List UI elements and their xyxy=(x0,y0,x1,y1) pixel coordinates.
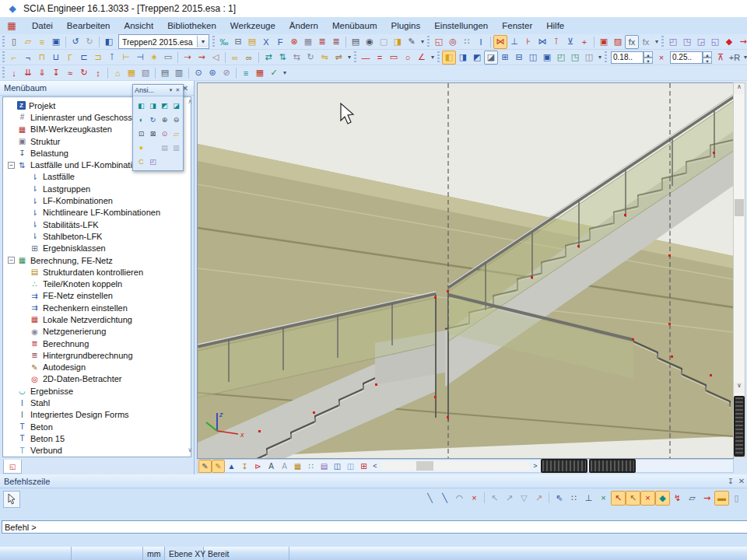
tree-expander-icon[interactable]: − xyxy=(8,162,15,169)
status-plane[interactable]: Ebene XY xyxy=(165,547,204,560)
document-edit-icon[interactable]: ✎ xyxy=(405,35,419,49)
tree-expander-icon[interactable] xyxy=(8,435,15,442)
scroll-down-icon[interactable]: ∨ xyxy=(734,382,745,393)
support-icon[interactable]: ⊥ xyxy=(507,35,521,49)
view-window-2-icon[interactable]: ◨ xyxy=(456,51,470,65)
snap-orthogonal-icon[interactable]: ◆ xyxy=(655,491,670,506)
save-all-icon[interactable]: ≡ xyxy=(35,35,49,49)
scrollbar-thumb[interactable] xyxy=(735,199,744,216)
wall-icon[interactable]: ⊺ xyxy=(105,51,119,65)
toolbar-overflow-chevron[interactable]: ▾ xyxy=(419,38,426,45)
photo-icon[interactable]: ▤ xyxy=(159,142,170,153)
menu-fenster[interactable]: Fenster xyxy=(495,19,539,32)
tree-item-lastfaelle[interactable]: ⇂ Lastfälle xyxy=(3,171,191,183)
step-size-spinner[interactable]: 0.18.. ▲ ▼ xyxy=(611,51,653,64)
view-xz-icon[interactable]: ◨ xyxy=(147,100,159,111)
tree-item-rechenkern-einstellen[interactable]: ⇉ Rechenkern einstellen xyxy=(3,302,191,313)
line-snap-2-icon[interactable]: ╲ xyxy=(437,491,452,506)
zoom-in-icon[interactable]: ⊕ xyxy=(159,114,170,125)
lightbulb-icon[interactable]: ● xyxy=(135,142,147,153)
view-window-9-icon[interactable]: ◰ xyxy=(554,51,568,65)
internal-node-icon[interactable]: ∗ xyxy=(147,51,161,65)
toolbar-overflow-chevron[interactable]: ▾ xyxy=(596,54,604,61)
pin-icon[interactable]: ↧ xyxy=(725,477,736,485)
status-filler[interactable] xyxy=(289,547,747,560)
snap-intersections-icon[interactable]: × xyxy=(640,491,655,506)
view-window-8-icon[interactable]: ▣ xyxy=(540,51,554,65)
tree-item-ergebnisse[interactable]: ◡ Ergebnisse xyxy=(3,385,191,397)
tree-expander-icon[interactable] xyxy=(20,304,27,311)
pointer-snap-settings-icon[interactable]: ⇖ xyxy=(552,491,566,506)
view-axo-icon[interactable]: ◪ xyxy=(170,100,182,111)
tree-expander-icon[interactable] xyxy=(20,316,27,323)
view-window-4-icon[interactable]: ◪ xyxy=(484,51,498,65)
tree-expander-icon[interactable] xyxy=(8,138,15,145)
units-settings-icon[interactable]: ‰ xyxy=(217,35,231,49)
tree-item-hintergrundberechnung[interactable]: ≣ Hintergrundberechnung xyxy=(3,349,191,361)
view-window-6-icon[interactable]: ⊟ xyxy=(512,51,526,65)
pair-members-icon[interactable]: ∞ xyxy=(242,51,256,65)
tree-expander-icon[interactable]: − xyxy=(8,257,15,264)
document-icon[interactable]: ▢ xyxy=(377,35,391,49)
tree-expander-icon[interactable] xyxy=(8,149,15,156)
menu-einstellungen[interactable]: Einstellungen xyxy=(427,19,495,32)
status-units[interactable]: mm xyxy=(143,547,165,560)
line-load-icon[interactable]: ⇊ xyxy=(21,66,35,80)
snap-midpoints-icon[interactable]: ↖ xyxy=(626,491,640,506)
displacement-load-icon[interactable]: ↕ xyxy=(91,66,105,80)
toolbar-overflow-chevron[interactable]: ▾ xyxy=(281,69,289,76)
bim-toolbox-icon[interactable]: ▦ xyxy=(253,66,267,80)
intersection-snap-icon[interactable]: × xyxy=(596,491,611,506)
tree-expander-icon[interactable] xyxy=(20,281,27,288)
tree-expander-icon[interactable] xyxy=(20,352,27,359)
document-import-icon[interactable]: ◨ xyxy=(391,35,405,49)
view-window-7-icon[interactable]: ◫ xyxy=(526,51,540,65)
beam-icon[interactable]: ¬ xyxy=(21,51,35,65)
save-project-icon[interactable]: ▣ xyxy=(49,35,63,49)
move-icon[interactable]: ⇅ xyxy=(275,51,289,65)
tree-scroll-down-icon[interactable]: ∨ xyxy=(188,446,192,453)
menu-ansicht[interactable]: Ansicht xyxy=(117,19,160,32)
copy-icon[interactable]: ⇄ xyxy=(261,51,275,65)
undo-icon[interactable]: ↺ xyxy=(68,35,82,49)
tree-item-beton-15[interactable]: T Beton 15 xyxy=(3,432,191,444)
deselect-icon[interactable]: ⊘ xyxy=(219,66,233,80)
measure-icon[interactable]: ▬ xyxy=(714,491,729,506)
point-load-icon[interactable]: ↓ xyxy=(7,66,21,80)
member-labels-icon[interactable]: A xyxy=(278,460,291,473)
new-project-icon[interactable]: ▯ xyxy=(7,35,21,49)
view-pane-2-icon[interactable]: ◫ xyxy=(344,460,357,473)
redo-icon[interactable]: ↻ xyxy=(82,35,96,49)
layer-manager-icon[interactable]: ≡ xyxy=(239,66,253,80)
edit-polyline-icon[interactable]: ⇝ xyxy=(195,51,209,65)
picture-gallery-icon[interactable]: ▤ xyxy=(245,35,259,49)
tree-expander-icon[interactable] xyxy=(20,245,27,252)
pair-nodes-icon[interactable]: ∞ xyxy=(228,51,242,65)
ortho-snap-icon[interactable]: ⊥ xyxy=(581,491,596,506)
tree-item-lf-kombinationen[interactable]: ⇂ LF-Kombinationen xyxy=(3,194,191,206)
activity-grid-icon[interactable]: ⊞ xyxy=(357,460,370,473)
pointer-mode-button[interactable] xyxy=(3,491,20,508)
scrollbar-thumb[interactable] xyxy=(416,461,433,471)
scroll-up-icon[interactable]: ∧ xyxy=(734,83,745,94)
midpoint-mode-icon[interactable]: ↗ xyxy=(502,491,517,506)
arc-snap-icon[interactable]: ◠ xyxy=(452,491,467,506)
tree-item-stahl[interactable]: I Stahl xyxy=(3,397,191,408)
selection-marker-icon[interactable]: ◆ xyxy=(722,35,736,49)
menu-aendern[interactable]: Ändern xyxy=(282,19,325,32)
zoom-out-icon[interactable]: ⊖ xyxy=(170,114,182,125)
menubaum-tab[interactable]: ◱ xyxy=(3,460,22,474)
tree-expander-icon[interactable] xyxy=(8,423,15,430)
stretch-icon[interactable]: ⇌ xyxy=(331,51,345,65)
snap-curve-icon[interactable]: ⇝ xyxy=(700,491,714,506)
snap-tangent-icon[interactable]: ↯ xyxy=(670,491,685,506)
status-ready[interactable]: Bereit xyxy=(204,547,289,560)
tree-item-beton[interactable]: T Beton xyxy=(3,421,191,432)
tree-item-stabilitaets-lfk[interactable]: ⇂ Stabilitäts-LFK xyxy=(3,219,191,230)
view-yz-icon[interactable]: ◩ xyxy=(159,100,170,111)
toolbar-overflow-chevron[interactable]: ▾ xyxy=(742,54,747,61)
paste-special-icon[interactable]: ◱ xyxy=(432,35,446,49)
zoom-selection-icon[interactable]: ⊙ xyxy=(159,128,170,139)
rectangle-icon[interactable]: ▭ xyxy=(387,51,401,65)
tree-expander-icon[interactable] xyxy=(20,268,27,275)
